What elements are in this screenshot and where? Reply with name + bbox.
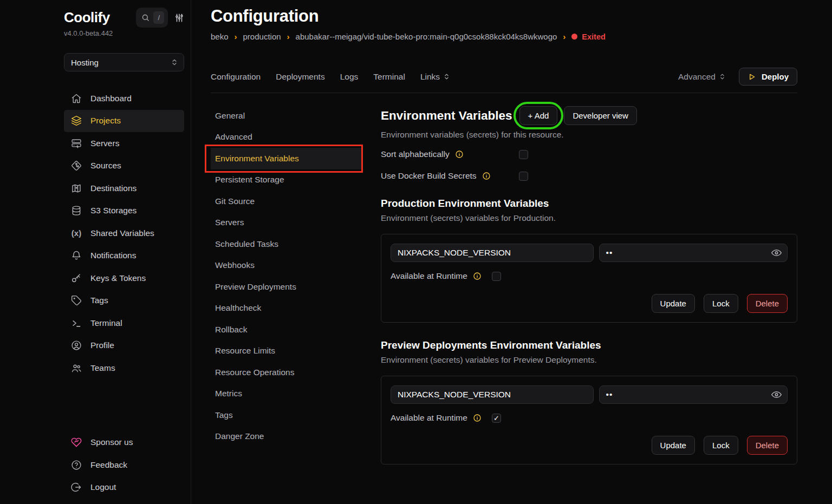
sidebar-item-label: Keys & Tokens — [90, 273, 146, 283]
subnav-item-servers[interactable]: Servers — [211, 212, 362, 234]
sidebar-item-shared-variables[interactable]: (x) Shared Variables — [64, 222, 184, 245]
sidebar-item-destinations[interactable]: Destinations — [64, 177, 184, 200]
sidebar-item-projects[interactable]: Projects — [64, 110, 184, 133]
chevron-right-icon: › — [235, 32, 237, 41]
delete-button[interactable]: Delete — [747, 294, 788, 313]
tabs: Configuration Deployments Logs Terminal … — [211, 72, 450, 82]
chevron-right-icon: › — [563, 32, 566, 41]
sidebar-item-notifications[interactable]: Notifications — [64, 245, 184, 267]
tag-icon — [70, 295, 82, 306]
available-at-runtime-checkbox[interactable] — [492, 414, 501, 423]
breadcrumb-resource[interactable]: abubakar--meigag/vid-tube-beko-pro:main-… — [296, 32, 557, 41]
sidebar-item-label: Servers — [90, 139, 119, 148]
breadcrumb-environment[interactable]: production — [243, 32, 281, 41]
add-variable-button[interactable]: + Add — [519, 106, 558, 125]
sliders-icon[interactable] — [174, 13, 184, 23]
sidebar-item-tags[interactable]: Tags — [64, 290, 184, 312]
delete-button[interactable]: Delete — [747, 436, 788, 455]
subnav-item-persistent-storage[interactable]: Persistent Storage — [211, 169, 362, 191]
sidebar-nav: Dashboard Projects Servers Sources Desti… — [64, 87, 184, 379]
sidebar-item-label: Shared Variables — [90, 228, 154, 238]
sidebar-item-logout[interactable]: Logout — [64, 476, 184, 499]
subnav-item-metrics[interactable]: Metrics — [211, 383, 362, 405]
variable-name-input[interactable] — [391, 244, 594, 262]
play-icon — [748, 73, 756, 81]
deploy-button[interactable]: Deploy — [739, 68, 797, 86]
update-button[interactable]: Update — [652, 294, 695, 313]
subnav-item-tags[interactable]: Tags — [211, 404, 362, 426]
variable-value-input[interactable] — [599, 244, 788, 262]
info-icon[interactable] — [473, 414, 482, 422]
sidebar-item-feedback[interactable]: Feedback — [64, 454, 184, 476]
breadcrumb: beko › production › abubakar--meigag/vid… — [211, 32, 797, 41]
app-version: v4.0.0-beta.442 — [64, 29, 184, 37]
subnav-item-scheduled-tasks[interactable]: Scheduled Tasks — [211, 233, 362, 255]
chevrons-up-down-icon — [719, 73, 726, 80]
search-button[interactable]: / — [136, 8, 168, 28]
git-icon — [70, 160, 82, 171]
sidebar-item-profile[interactable]: Profile — [64, 335, 184, 357]
team-select[interactable]: Hosting — [64, 53, 184, 71]
bell-icon — [70, 250, 82, 261]
update-button[interactable]: Update — [652, 436, 695, 455]
chevron-right-icon: › — [287, 32, 290, 41]
tab-links[interactable]: Links — [420, 72, 450, 82]
lock-button[interactable]: Lock — [704, 436, 738, 455]
subnav-item-environment-variables[interactable]: Environment Variables — [211, 148, 362, 169]
sidebar-item-label: S3 Storages — [90, 206, 136, 215]
main-content: Configuration beko › production › abubak… — [191, 0, 832, 504]
advanced-dropdown[interactable]: Advanced — [678, 72, 726, 82]
eye-icon[interactable] — [771, 389, 782, 401]
tab-logs[interactable]: Logs — [340, 72, 359, 82]
users-icon — [70, 363, 82, 374]
subnav-item-preview-deployments[interactable]: Preview Deployments — [211, 276, 362, 298]
available-at-runtime-row: Available at Runtime — [391, 271, 788, 281]
docker-build-secrets-checkbox[interactable] — [519, 172, 528, 181]
sidebar-item-s3-storages[interactable]: S3 Storages — [64, 200, 184, 222]
app-logo: Coolify — [64, 9, 110, 26]
runtime-label: Available at Runtime — [391, 413, 467, 423]
subnav-item-rollback[interactable]: Rollback — [211, 319, 362, 341]
tab-deployments[interactable]: Deployments — [276, 72, 324, 82]
variable-name-input[interactable] — [391, 385, 594, 404]
info-icon[interactable] — [482, 172, 491, 180]
subnav-item-git-source[interactable]: Git Source — [211, 191, 362, 212]
panel-title: Environment Variables — [381, 109, 512, 123]
sidebar-item-label: Notifications — [90, 251, 136, 260]
info-icon[interactable] — [455, 150, 464, 159]
sidebar-item-sources[interactable]: Sources — [64, 155, 184, 178]
sidebar-item-label: Dashboard — [90, 94, 132, 103]
sidebar-item-keys-tokens[interactable]: Keys & Tokens — [64, 267, 184, 290]
sidebar-item-label: Teams — [90, 363, 115, 373]
sidebar-item-dashboard[interactable]: Dashboard — [64, 87, 184, 110]
sidebar-footer: Sponsor us Feedback Logout — [64, 431, 184, 499]
developer-view-button[interactable]: Developer view — [564, 106, 637, 125]
eye-icon[interactable] — [771, 247, 782, 259]
sort-alphabetically-checkbox[interactable] — [519, 150, 528, 159]
environment-variables-panel: Environment Variables + Add Developer vi… — [381, 93, 797, 504]
available-at-runtime-checkbox[interactable] — [492, 272, 501, 281]
sidebar-item-teams[interactable]: Teams — [64, 357, 184, 379]
subnav-item-advanced[interactable]: Advanced — [211, 127, 362, 148]
sidebar-item-servers[interactable]: Servers — [64, 132, 184, 155]
breadcrumb-project[interactable]: beko — [211, 32, 229, 41]
subnav-item-general[interactable]: General — [211, 105, 362, 127]
subnav-item-healthcheck[interactable]: Healthcheck — [211, 298, 362, 319]
tab-terminal[interactable]: Terminal — [373, 72, 405, 82]
status-label: Exited — [582, 32, 606, 41]
sidebar-item-terminal[interactable]: Terminal — [64, 312, 184, 335]
sidebar-item-sponsor[interactable]: Sponsor us — [64, 431, 184, 454]
subnav-item-resource-operations[interactable]: Resource Operations — [211, 362, 362, 383]
lock-button[interactable]: Lock — [704, 294, 738, 313]
section-subtitle: Environment (secrets) variables for Prev… — [381, 355, 797, 365]
env-variable-card: Available at Runtime Update Lock Delete — [381, 376, 797, 464]
subnav-item-webhooks[interactable]: Webhooks — [211, 255, 362, 277]
tab-configuration[interactable]: Configuration — [211, 72, 261, 82]
sidebar-item-label: Projects — [90, 116, 121, 126]
env-variable-card: Available at Runtime Update Lock Delete — [381, 234, 797, 323]
toggle-label: Sort alphabetically — [381, 149, 450, 159]
info-icon[interactable] — [473, 272, 482, 280]
variable-value-input[interactable] — [599, 385, 788, 404]
subnav-item-danger-zone[interactable]: Danger Zone — [211, 426, 362, 448]
subnav-item-resource-limits[interactable]: Resource Limits — [211, 341, 362, 362]
